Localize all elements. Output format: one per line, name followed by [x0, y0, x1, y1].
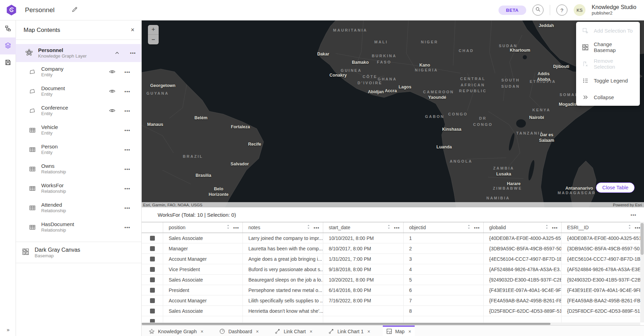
layer-menu-icon[interactable]: •••	[124, 89, 130, 94]
close-icon[interactable]: ×	[310, 329, 312, 334]
layer-name: Vehicle	[41, 124, 58, 131]
knowledge-studio-logo-icon[interactable]	[6, 4, 17, 16]
map-view[interactable]: JeddahDakarBamakoConakryKanoKhartoumDjib…	[142, 20, 644, 207]
row-checkbox[interactable]	[150, 257, 155, 261]
tab-link-chart[interactable]: Link Chart ×	[271, 326, 316, 336]
column-menu-icon[interactable]: •••	[394, 225, 400, 230]
column-menu-icon[interactable]: •••	[314, 225, 319, 230]
column-menu-icon[interactable]: •••	[474, 225, 480, 230]
horizontal-scrollbar[interactable]	[142, 322, 640, 325]
avatar[interactable]: KS	[574, 4, 585, 16]
close-icon[interactable]: ×	[131, 26, 134, 34]
layer-menu-icon[interactable]: •••	[124, 205, 130, 210]
table-row[interactable]: Manager Lauretta has been with the comp.…	[142, 243, 644, 254]
layer-menu-icon[interactable]: •••	[124, 186, 130, 191]
close-icon[interactable]: ×	[408, 329, 411, 334]
column-menu-icon[interactable]: •••	[635, 225, 641, 230]
column-header-position[interactable]: position •••	[163, 222, 242, 233]
beta-badge: BETA	[499, 6, 526, 15]
zoom-out-button[interactable]: −	[148, 35, 159, 44]
scrollbar-thumb[interactable]	[641, 223, 644, 255]
row-checkbox[interactable]	[150, 267, 155, 272]
table-row[interactable]: Sales Associate Larry joined the company…	[142, 233, 644, 243]
layer-row-owns[interactable]: Owns Relationship •••	[16, 159, 141, 179]
column-menu-icon[interactable]: •••	[552, 225, 558, 230]
sort-icon[interactable]	[467, 224, 470, 231]
layers-tool[interactable]	[0, 37, 16, 54]
table-menu-icon[interactable]: •••	[630, 212, 636, 217]
menu-item-collapse[interactable]: Collapse	[576, 89, 640, 105]
vertical-scrollbar[interactable]	[640, 222, 644, 322]
cell-notes: Persephone started new metal o...	[242, 285, 323, 295]
layer-row-hasdocument[interactable]: HasDocument Relationship •••	[16, 217, 141, 237]
zoom-in-button[interactable]: +	[148, 25, 159, 35]
sort-icon[interactable]	[307, 224, 310, 231]
layer-menu-icon[interactable]: •••	[124, 225, 130, 230]
cell-start-date: 1/31/2021, 7:00 PM	[323, 254, 403, 264]
column-menu-icon[interactable]: •••	[233, 225, 239, 230]
close-icon[interactable]: ×	[201, 329, 203, 334]
layer-row-vehicle[interactable]: Vehicle Entity •••	[16, 120, 141, 140]
column-header-esri__id[interactable]: ESRI__ID •••	[561, 222, 644, 233]
table-icon	[29, 146, 36, 153]
row-checkbox[interactable]	[150, 288, 155, 293]
sort-icon[interactable]	[545, 224, 548, 231]
row-checkbox[interactable]	[150, 309, 155, 313]
layer-row-worksfor[interactable]: WorksFor Relationship •••	[16, 179, 141, 198]
layer-row-attended[interactable]: Attended Relationship •••	[16, 198, 141, 217]
chevron-up-icon[interactable]	[114, 50, 120, 57]
sort-icon[interactable]	[387, 224, 390, 231]
basemap-row[interactable]: Dark Gray Canvas Basemap	[16, 242, 141, 263]
menu-item-change-basemap[interactable]: Change Basemap	[576, 39, 640, 55]
close-table-button[interactable]: Close Table	[596, 182, 635, 193]
eye-icon[interactable]	[109, 68, 116, 77]
eye-icon[interactable]	[109, 107, 116, 115]
sort-icon[interactable]	[227, 224, 230, 231]
data-model-tool[interactable]	[0, 20, 16, 37]
table-row[interactable]: Vice President Buford is very passionate…	[142, 264, 644, 275]
group-menu-icon[interactable]: •••	[130, 50, 136, 55]
expand-rail-button[interactable]: »	[0, 324, 16, 335]
table-header-row: position ••• notes ••• start_date ••• ob…	[142, 222, 644, 233]
eye-icon[interactable]	[109, 88, 116, 96]
account-info[interactable]: Knowledge Studio publisher2	[592, 4, 636, 16]
layer-menu-icon[interactable]: •••	[124, 128, 130, 133]
column-header-start_date[interactable]: start_date •••	[323, 222, 403, 233]
search-button[interactable]	[532, 5, 544, 16]
tab-dashboard[interactable]: Dashboard ×	[216, 326, 262, 336]
sort-icon[interactable]	[628, 224, 631, 231]
table-row[interactable]: Sales Associate Beauregard sleeps on the…	[142, 275, 644, 285]
search-icon	[535, 6, 541, 14]
tab-link-chart-1[interactable]: Link Chart 1 ×	[325, 326, 374, 336]
tab-map[interactable]: Map ×	[383, 326, 415, 336]
help-button[interactable]: ?	[556, 5, 567, 16]
column-header-objectid[interactable]: objectid •••	[403, 222, 483, 233]
layer-menu-icon[interactable]: •••	[124, 108, 130, 113]
table-row[interactable]: President Persephone started new metal o…	[142, 285, 644, 295]
tab-knowledge-graph[interactable]: Knowledge Graph ×	[145, 326, 207, 336]
layer-row-company[interactable]: Company Entity •••	[16, 62, 141, 81]
column-header-notes[interactable]: notes •••	[242, 222, 323, 233]
layer-menu-icon[interactable]: •••	[124, 166, 130, 172]
row-checkbox[interactable]	[150, 236, 155, 241]
close-icon[interactable]: ×	[256, 329, 259, 334]
row-checkbox[interactable]	[150, 298, 155, 303]
row-checkbox[interactable]	[150, 277, 155, 282]
column-header-globalid[interactable]: globalid •••	[483, 222, 561, 233]
menu-item-remove-selection: Remove Selection	[576, 55, 640, 72]
layer-row-conference[interactable]: Conference Entity •••	[16, 101, 141, 120]
layer-row-document[interactable]: Document Entity •••	[16, 81, 141, 101]
save-tool[interactable]	[0, 54, 16, 71]
table-row[interactable]: Account Manager Angie does a great job b…	[142, 254, 644, 264]
close-icon[interactable]: ×	[367, 329, 370, 334]
menu-item-toggle-legend[interactable]: Toggle Legend	[576, 72, 640, 89]
layer-row-person[interactable]: Person Entity •••	[16, 140, 141, 159]
layer-menu-icon[interactable]: •••	[124, 69, 130, 75]
table-row[interactable]: Sales Associate Henrietta doesn't know w…	[142, 306, 644, 316]
edit-title-button[interactable]	[71, 6, 78, 14]
scrollbar-thumb[interactable]	[142, 323, 550, 325]
layer-menu-icon[interactable]: •••	[124, 147, 130, 152]
layer-group-personnel[interactable]: Personnel Knowledge Graph Layer •••	[16, 44, 141, 62]
table-row[interactable]: Account Manager Lilith specifically sell…	[142, 295, 644, 306]
row-checkbox[interactable]	[150, 246, 155, 251]
